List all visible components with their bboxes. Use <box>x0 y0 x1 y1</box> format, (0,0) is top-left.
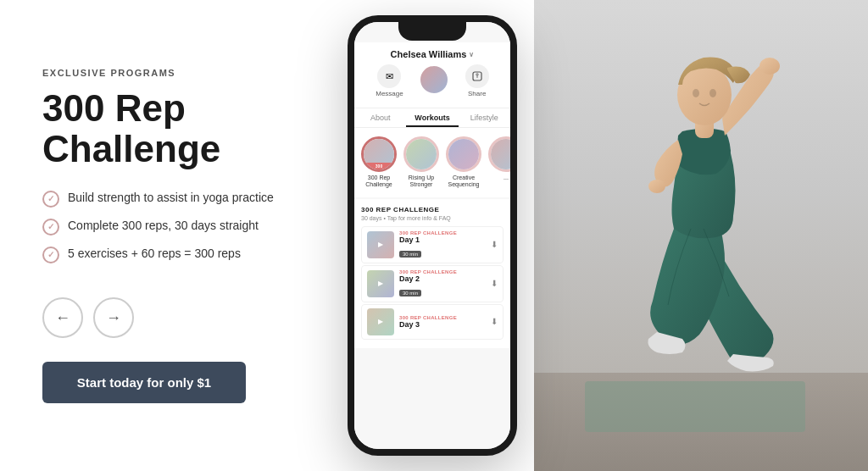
main-title: 300 Rep Challenge <box>42 88 288 170</box>
day-thumbnail-1: ▶ <box>367 231 394 258</box>
challenge-section: 300 REP CHALLENGE 30 days • Tap for more… <box>354 199 510 348</box>
workout-circle-item[interactable]: ... <box>488 136 510 189</box>
workout-circles: 300 300 Rep Challenge Rising Up Stronger <box>354 128 510 197</box>
svg-point-7 <box>648 180 665 193</box>
day-item-1[interactable]: ▶ 300 REP CHALLENGE Day 1 30 min ⬇ <box>361 226 504 263</box>
phone-nav: About Workouts Lifestyle <box>354 108 510 128</box>
phone-screen: Chelsea Williams ∨ ✉ Message <box>354 22 510 449</box>
download-icon[interactable]: ⬇ <box>491 240 498 249</box>
tab-about[interactable]: About <box>354 108 406 127</box>
share-icon <box>465 64 489 88</box>
message-icon: ✉ <box>377 64 401 88</box>
workout-circle-item[interactable]: 300 300 Rep Challenge <box>361 136 397 189</box>
svg-point-10 <box>693 89 699 97</box>
profile-header: Chelsea Williams ∨ ✉ Message <box>354 42 510 108</box>
nav-buttons: ← → <box>42 297 288 338</box>
day-thumbnail-2: ▶ <box>367 270 394 297</box>
avatar <box>419 64 449 95</box>
workout-circle-rising <box>403 136 439 172</box>
workout-circle-more <box>488 136 510 172</box>
right-panel <box>534 0 868 471</box>
day-info-3: 300 REP CHALLENGE Day 3 <box>399 315 486 329</box>
day-info-2: 300 REP CHALLENGE Day 2 30 min <box>399 269 486 298</box>
tab-lifestyle[interactable]: Lifestyle <box>459 108 510 127</box>
left-panel: EXCLUSIVE PROGRAMS 300 Rep Challenge Bui… <box>0 0 331 471</box>
challenge-title: 300 REP CHALLENGE <box>361 206 504 213</box>
tab-workouts[interactable]: Workouts <box>406 108 458 127</box>
features-list: Build strength to assist in yoga practic… <box>42 190 288 274</box>
share-action[interactable]: Share <box>465 64 489 97</box>
phone-notch <box>398 22 466 41</box>
challenge-subtitle: 30 days • Tap for more info & FAQ <box>361 215 504 221</box>
phone-mockup: Chelsea Williams ∨ ✉ Message <box>348 15 517 456</box>
list-item: Build strength to assist in yoga practic… <box>42 190 288 208</box>
workout-circle-creative <box>446 136 481 172</box>
download-icon[interactable]: ⬇ <box>491 279 498 288</box>
workout-circle-item[interactable]: Rising Up Stronger <box>403 136 439 189</box>
check-icon <box>42 191 59 208</box>
check-icon <box>42 247 59 263</box>
prev-button[interactable]: ← <box>42 297 83 338</box>
profile-actions: ✉ Message <box>354 64 510 103</box>
svg-point-1 <box>476 74 478 75</box>
svg-rect-5 <box>585 381 805 432</box>
workout-circle-300rep: 300 <box>361 136 397 172</box>
cta-button[interactable]: Start today for only $1 <box>42 362 246 403</box>
day-item-2[interactable]: ▶ 300 REP CHALLENGE Day 2 30 min ⬇ <box>361 265 504 302</box>
avatar-action[interactable] <box>419 64 449 97</box>
day-info-1: 300 REP CHALLENGE Day 1 30 min <box>399 230 486 259</box>
chevron-down-icon: ∨ <box>469 51 474 58</box>
exclusive-label: EXCLUSIVE PROGRAMS <box>42 68 288 78</box>
check-icon <box>42 219 59 236</box>
phone-section: Chelsea Williams ∨ ✉ Message <box>331 0 534 471</box>
svg-point-11 <box>709 89 716 97</box>
day-item-3[interactable]: ▶ 300 REP CHALLENGE Day 3 ⬇ <box>361 304 504 340</box>
workout-circle-item[interactable]: Creative Sequencing <box>446 136 481 189</box>
svg-point-6 <box>760 58 780 75</box>
list-item: 5 exercises + 60 reps = 300 reps <box>42 246 288 263</box>
message-action[interactable]: ✉ Message <box>376 64 403 97</box>
athlete-photo <box>534 0 868 471</box>
profile-name: Chelsea Williams ∨ <box>354 49 510 59</box>
list-item: Complete 300 reps, 30 days straight <box>42 218 288 236</box>
download-icon[interactable]: ⬇ <box>491 317 498 326</box>
day-thumbnail-3: ▶ <box>367 308 394 335</box>
next-button[interactable]: → <box>93 297 134 338</box>
